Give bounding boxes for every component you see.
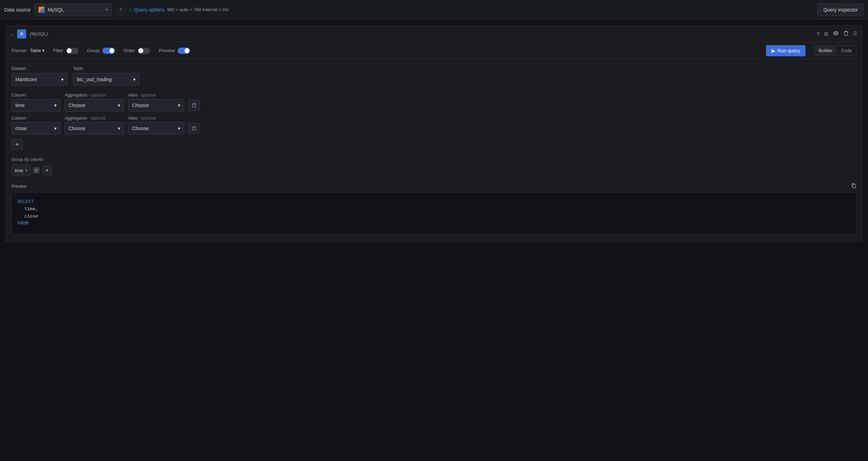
copy-preview-button[interactable]: [851, 183, 856, 190]
col1-col-chevron: ▾: [54, 102, 57, 108]
add-group-button[interactable]: +: [42, 165, 52, 175]
group-item: Group: [87, 48, 115, 54]
col2-alias-select[interactable]: Choose ▾: [128, 122, 184, 135]
col1-alias-chevron: ▾: [178, 102, 180, 108]
dataset-label: Dataset: [12, 66, 67, 71]
col2-alias-group: Alias - optional Choose ▾: [128, 116, 184, 135]
col2-column-value: close: [15, 126, 27, 131]
query-inspector-button[interactable]: Query inspector: [817, 3, 864, 16]
filter-toggle[interactable]: [66, 48, 79, 54]
col2-column-label: Column: [12, 116, 60, 121]
col1-alias-group: Alias - optional Choose ▾: [128, 93, 184, 112]
sql-from-keyword: FROM: [17, 220, 851, 227]
order-item: Order: [123, 48, 150, 54]
delete-col1-button[interactable]: [188, 100, 200, 111]
arrow-icon: ›: [130, 7, 131, 12]
col2-alias-label: Alias - optional: [128, 116, 184, 121]
col1-column-value: time: [15, 102, 24, 108]
format-select[interactable]: Table ▾: [30, 48, 45, 53]
col2-alias-value: Choose: [132, 126, 149, 131]
copy-query-icon[interactable]: ⧉: [824, 30, 829, 38]
filter-item: Filter: [53, 48, 79, 54]
dataset-chevron: ▾: [61, 77, 64, 82]
query-panel: ⌄ A (MySQL) ? ⧉ ⠿ Format: Table: [6, 25, 862, 242]
filter-label: Filter: [53, 48, 63, 53]
table-group: Table btc_usd_trading ▾: [73, 66, 139, 86]
preview-toggle[interactable]: [178, 48, 190, 54]
group-by-section: Group by column time ▾ ✕ +: [12, 157, 856, 176]
col2-agg-chevron: ▾: [118, 126, 120, 131]
query-letter-badge: A: [17, 29, 26, 38]
order-label: Order: [123, 48, 135, 53]
dataset-table-row: Dataset Manticore ▾ Table btc_usd_tradin…: [12, 66, 856, 86]
preview-title: Preview: [12, 184, 27, 189]
group-toggle[interactable]: [102, 48, 115, 54]
col2-column-select[interactable]: close ▾: [12, 122, 60, 135]
col1-aggregation-group: Aggregation - optional Choose ▾: [65, 93, 124, 112]
toolbar: Format: Table ▾ Filter Group: [6, 42, 862, 59]
run-query-button[interactable]: ▶ Run query: [766, 45, 806, 56]
col1-column-select[interactable]: time ▾: [12, 99, 60, 112]
eye-icon[interactable]: [832, 30, 839, 37]
chevron-icon: ▾: [42, 48, 45, 53]
dataset-select[interactable]: Manticore ▾: [12, 73, 67, 86]
query-subtitle: (MySQL): [30, 31, 48, 36]
preview-section: Preview SELECT time, close FROM: [12, 183, 856, 234]
group-tag-value: time: [15, 168, 23, 173]
column-row-1: Column time ▾ Aggregation - optional Cho…: [12, 93, 856, 112]
query-options-area: › Query options MD = auto = 794 Interval…: [130, 7, 813, 13]
query-help-icon[interactable]: ?: [816, 30, 820, 37]
builder-button[interactable]: Builder: [814, 46, 837, 55]
tag-chevron-icon: ▾: [26, 169, 27, 172]
col2-alias-chevron: ▾: [178, 126, 180, 131]
group-tag: time ▾: [12, 165, 30, 176]
column-row-2: Column close ▾ Aggregation - optional Ch…: [12, 116, 856, 135]
col1-aggregation-select[interactable]: Choose ▾: [65, 99, 124, 112]
group-by-label: Group by column: [12, 157, 856, 162]
run-icon: ▶: [772, 48, 775, 54]
col1-alias-select[interactable]: Choose ▾: [128, 99, 184, 112]
delete-query-icon[interactable]: [843, 30, 849, 38]
col1-aggregation-label: Aggregation - optional: [65, 93, 124, 98]
preview-item: Preview: [159, 48, 190, 54]
table-label: Table: [73, 66, 139, 71]
data-source-label: Data source: [4, 7, 30, 13]
top-bar: Data source MySQL ▾ ? › Query options MD…: [0, 0, 868, 20]
sql-field-close: close: [17, 213, 851, 220]
col1-aggregation-value: Choose: [68, 102, 85, 108]
data-source-dropdown[interactable]: MySQL ▾: [35, 3, 111, 16]
sql-field-time: time,: [17, 206, 851, 213]
col1-column-group: Column time ▾: [12, 93, 60, 112]
dataset-value: Manticore: [15, 77, 37, 82]
query-options-link[interactable]: Query options: [134, 7, 164, 13]
col1-alias-value: Choose: [132, 102, 149, 108]
order-toggle[interactable]: [138, 48, 150, 54]
group-label: Group: [87, 48, 100, 53]
add-column-button[interactable]: +: [12, 139, 23, 150]
drag-handle-icon[interactable]: ⠿: [853, 30, 858, 38]
format-item: Format: Table ▾: [12, 48, 45, 53]
remove-group-tag-button[interactable]: ✕: [33, 167, 39, 173]
query-meta: MD = auto = 794 Interval = 2m: [167, 7, 229, 12]
preview-header: Preview: [12, 183, 856, 190]
col2-column-group: Column close ▾: [12, 116, 60, 135]
help-button[interactable]: ?: [116, 5, 125, 15]
col1-agg-chevron: ▾: [118, 102, 120, 108]
chevron-down-icon: ▾: [106, 8, 108, 12]
dataset-group: Dataset Manticore ▾: [12, 66, 67, 86]
col2-aggregation-select[interactable]: Choose ▾: [65, 122, 124, 135]
table-chevron: ▾: [133, 77, 136, 82]
preview-label: Preview: [159, 48, 175, 53]
builder-code-toggle: Builder Code: [814, 46, 856, 55]
sql-preview-block: SELECT time, close FROM: [12, 192, 856, 234]
col1-column-label: Column: [12, 93, 60, 98]
col2-col-chevron: ▾: [54, 126, 57, 131]
mysql-icon: [38, 7, 45, 13]
delete-col2-button[interactable]: [188, 123, 200, 134]
col2-aggregation-label: Aggregation - optional: [65, 116, 124, 121]
format-label: Format:: [12, 48, 27, 53]
collapse-button[interactable]: ⌄: [10, 31, 14, 36]
code-button[interactable]: Code: [837, 46, 856, 55]
table-select[interactable]: btc_usd_trading ▾: [73, 73, 139, 86]
col1-alias-label: Alias - optional: [128, 93, 184, 98]
